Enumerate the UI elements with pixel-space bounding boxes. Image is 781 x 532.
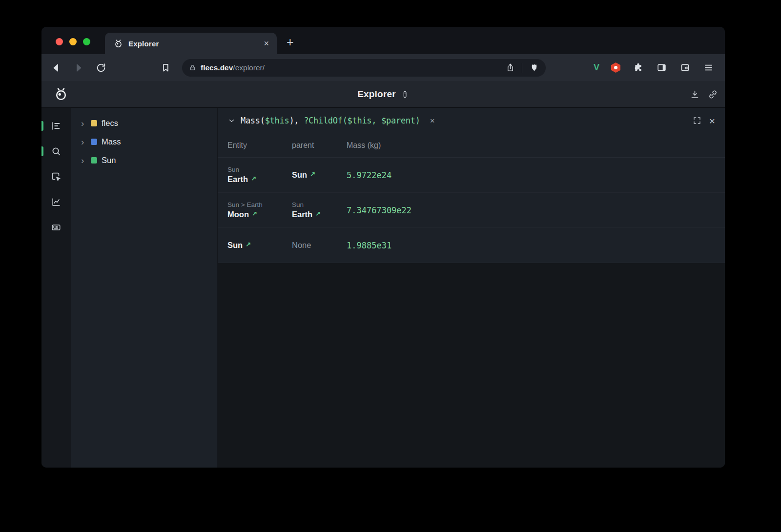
parent-link[interactable]: Earth ↗ <box>292 210 347 219</box>
query-actions: × <box>693 116 715 126</box>
wallet-icon[interactable] <box>679 62 691 74</box>
entity-parent-path: Sun <box>227 166 292 173</box>
parent-none: None <box>292 241 347 250</box>
parent-name: Earth <box>292 210 312 219</box>
active-indicator <box>41 121 43 131</box>
address-bar[interactable]: flecs.dev/explorer/ <box>182 59 546 77</box>
commands-keyboard-icon[interactable] <box>49 220 63 235</box>
tree-item-flecs[interactable]: › flecs <box>71 114 217 132</box>
entity-cell: Sun Earth ↗ <box>227 166 292 184</box>
browser-window: Explorer × + flecs.d <box>41 27 725 468</box>
lock-icon <box>189 64 196 71</box>
entity-color-square <box>91 157 97 164</box>
reload-button[interactable] <box>95 62 107 74</box>
stats-chart-icon[interactable] <box>49 195 63 209</box>
icon-rail <box>41 108 71 468</box>
query-panel: Mass($this), ?ChildOf($this, $parent) × … <box>217 108 725 468</box>
brave-shields-icon[interactable] <box>528 62 540 74</box>
content: › flecs › Mass › Sun <box>41 108 725 468</box>
open-entity-arrow-icon[interactable]: ↗ <box>315 210 321 217</box>
entity-cell: Sun > Earth Moon ↗ <box>227 201 292 219</box>
close-panel-icon[interactable]: × <box>709 116 715 126</box>
minimize-window-button[interactable] <box>69 38 77 45</box>
flecs-logo-icon <box>54 87 68 102</box>
vue-devtools-extension-icon[interactable]: V <box>594 62 599 73</box>
chevron-right-icon[interactable]: › <box>81 156 86 165</box>
address-bar-actions <box>504 62 540 74</box>
entity-name: Moon <box>227 210 249 219</box>
entity-name: Earth <box>227 175 248 184</box>
mass-value: 1.9885e31 <box>347 241 391 250</box>
open-entity-arrow-icon[interactable]: ↗ <box>252 210 257 217</box>
query-token: ), <box>289 116 304 125</box>
link-icon[interactable] <box>708 89 718 100</box>
inspect-icon[interactable] <box>49 169 63 184</box>
query-token: Mass <box>241 116 260 125</box>
clear-query-icon[interactable]: × <box>430 117 435 125</box>
entity-link[interactable]: Sun ↗ <box>227 241 292 250</box>
parent-link[interactable]: Sun ↗ <box>292 170 347 180</box>
url-text: flecs.dev/explorer/ <box>201 63 265 72</box>
mass-value: 5.9722e24 <box>347 170 391 180</box>
page-title: Explorer <box>357 89 396 100</box>
entity-link[interactable]: Moon ↗ <box>227 210 292 219</box>
parent-cell: None <box>292 241 347 250</box>
entity-name: Sun <box>227 241 243 250</box>
component-color-square <box>91 139 97 145</box>
download-icon[interactable] <box>690 89 700 100</box>
tab-explorer[interactable]: Explorer × <box>105 33 277 54</box>
tab-strip: Explorer × + <box>41 27 725 54</box>
divider <box>522 63 522 73</box>
open-entity-arrow-icon[interactable]: ↗ <box>246 241 251 248</box>
active-indicator <box>41 146 43 156</box>
bookmark-icon[interactable] <box>160 62 171 74</box>
column-header-entity: Entity <box>227 141 292 150</box>
back-button[interactable] <box>50 62 62 74</box>
navigation-bar: flecs.dev/explorer/ V <box>41 54 725 81</box>
hexagon-extension-icon[interactable] <box>611 62 620 73</box>
entity-tree-panel: › flecs › Mass › Sun <box>71 108 217 468</box>
mass-cell: 1.9885e31 <box>347 241 725 250</box>
module-color-square <box>91 120 97 126</box>
search-query-icon[interactable] <box>49 144 63 159</box>
open-entity-arrow-icon[interactable]: ↗ <box>310 170 315 178</box>
open-entity-arrow-icon[interactable]: ↗ <box>251 175 256 182</box>
forward-button[interactable] <box>73 62 84 74</box>
header-actions <box>690 89 725 100</box>
share-icon[interactable] <box>504 62 516 74</box>
entity-link[interactable]: Earth ↗ <box>227 175 292 184</box>
new-tab-button[interactable]: + <box>287 36 294 48</box>
column-header-parent: parent <box>292 141 347 150</box>
menu-hamburger-icon[interactable] <box>702 62 714 74</box>
tree-item-sun[interactable]: › Sun <box>71 151 217 169</box>
query-token: ?ChildOf($this, $parent) <box>304 116 420 125</box>
traffic-lights <box>56 38 90 45</box>
parent-name: None <box>292 241 311 250</box>
connection-remote-icon[interactable] <box>401 90 409 99</box>
tree-item-mass[interactable]: › Mass <box>71 132 217 151</box>
expand-fullscreen-icon[interactable] <box>693 116 701 125</box>
query-expression[interactable]: Mass($this), ?ChildOf($this, $parent) <box>241 116 420 125</box>
entity-tree-icon[interactable] <box>49 119 63 133</box>
zoom-window-button[interactable] <box>83 38 90 45</box>
close-window-button[interactable] <box>56 38 63 45</box>
extensions-puzzle-icon[interactable] <box>632 62 644 74</box>
explorer-header: Explorer <box>41 81 725 108</box>
tree-item-label: Mass <box>102 137 121 146</box>
tab-close-icon[interactable]: × <box>264 39 269 48</box>
table-row: Sun > Earth Moon ↗ Sun Earth ↗ 7.3476730… <box>218 193 725 228</box>
parent-cell: Sun ↗ <box>292 170 347 180</box>
chevron-right-icon[interactable]: › <box>81 137 86 146</box>
empty-results-area <box>218 263 725 468</box>
parent-name: Sun <box>292 170 307 180</box>
entity-parent-path: Sun > Earth <box>227 201 292 208</box>
sidebar-toggle-icon[interactable] <box>656 62 667 74</box>
chevron-down-icon[interactable] <box>227 117 236 125</box>
parent-cell: Sun Earth ↗ <box>292 201 347 219</box>
tab-title: Explorer <box>128 40 258 48</box>
chevron-right-icon[interactable]: › <box>81 119 86 128</box>
hexagon-center-dot <box>614 66 617 69</box>
query-token: $this <box>265 116 289 125</box>
toolbar-extensions: V <box>594 62 714 74</box>
tree-item-label: flecs <box>102 119 118 128</box>
